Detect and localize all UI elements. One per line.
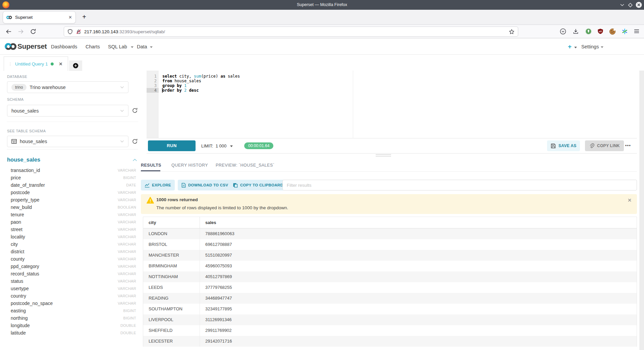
browser-tab[interactable]: Superset ✕ bbox=[3, 11, 76, 24]
schema-column-row[interactable]: record_statusVARCHAR bbox=[0, 270, 144, 277]
tab-query-history[interactable]: QUERY HISTORY bbox=[171, 163, 208, 168]
nav-data[interactable]: Data bbox=[137, 44, 147, 49]
table-row: MANCHESTER51510820997 bbox=[143, 250, 637, 261]
line-number: 4 bbox=[147, 88, 159, 93]
new-tab-button[interactable]: + bbox=[80, 13, 88, 21]
schema-select[interactable]: house_sales bbox=[7, 105, 128, 117]
schema-column-row[interactable]: ppd_categoryVARCHAR bbox=[0, 263, 144, 270]
schema-column-row[interactable]: priceBIGINT bbox=[0, 174, 144, 181]
superset-logo[interactable] bbox=[5, 42, 17, 51]
downloads-icon[interactable] bbox=[573, 28, 579, 35]
pane-resize-handle[interactable] bbox=[376, 154, 391, 155]
window-minimize-icon[interactable] bbox=[620, 3, 625, 7]
extension-asterisk-icon[interactable] bbox=[622, 28, 628, 35]
shield-icon[interactable] bbox=[67, 29, 73, 35]
schema-column-row[interactable]: longitudeDOUBLE bbox=[0, 322, 144, 329]
copy-link-button[interactable]: COPY LINK bbox=[585, 140, 624, 151]
schema-column-row[interactable]: property_typeVARCHAR bbox=[0, 196, 144, 204]
schema-column-row[interactable]: usertypeVARCHAR bbox=[0, 285, 144, 292]
lock-insecure-icon[interactable] bbox=[76, 29, 82, 35]
column-name: paon bbox=[11, 219, 118, 225]
nav-charts[interactable]: Charts bbox=[86, 44, 100, 49]
schema-column-row[interactable]: districtVARCHAR bbox=[0, 248, 144, 255]
nav-sqllab[interactable]: SQL Lab bbox=[108, 44, 127, 49]
download-csv-button[interactable]: DOWNLOAD TO CSV bbox=[178, 180, 232, 190]
add-query-tab-button[interactable] bbox=[69, 60, 82, 71]
forward-icon[interactable] bbox=[17, 28, 24, 35]
copy-clipboard-button[interactable]: COPY TO CLIPBOARD bbox=[229, 180, 287, 190]
collapse-chevron-icon[interactable] bbox=[132, 159, 137, 162]
schema-column-row[interactable]: tenureVARCHAR bbox=[0, 211, 144, 218]
schema-refresh-icon[interactable] bbox=[132, 107, 138, 114]
more-options-button[interactable]: ••• bbox=[625, 140, 631, 151]
tabs-border bbox=[140, 171, 637, 172]
cell-sales: 32349177895 bbox=[200, 304, 637, 314]
table-row: LONDON788861960063 bbox=[143, 228, 637, 239]
cell-sales: 34468947747 bbox=[200, 293, 637, 304]
schema-column-row[interactable]: countyVARCHAR bbox=[0, 255, 144, 263]
schema-column-row[interactable]: paonVARCHAR bbox=[0, 218, 144, 226]
schema-column-row[interactable]: countryVARCHAR bbox=[0, 292, 144, 300]
table-refresh-icon[interactable] bbox=[132, 138, 138, 144]
schema-column-row[interactable]: postcode_no_spaceVARCHAR bbox=[0, 300, 144, 307]
nav-dashboards[interactable]: Dashboards bbox=[51, 44, 77, 49]
schema-column-row[interactable]: statusVARCHAR bbox=[0, 277, 144, 285]
schema-column-row[interactable]: streetVARCHAR bbox=[0, 226, 144, 233]
schema-column-row[interactable]: northingBIGINT bbox=[0, 314, 144, 322]
query-tab[interactable]: ⋮ Untitled Query 1 ✕ bbox=[4, 56, 68, 71]
query-tab-close-icon[interactable]: ✕ bbox=[59, 61, 63, 67]
reload-icon[interactable] bbox=[30, 28, 37, 35]
extension-green-icon[interactable] bbox=[585, 28, 592, 35]
column-name: price bbox=[11, 175, 123, 180]
schema-column-row[interactable]: date_of_transferDATE bbox=[0, 181, 144, 189]
brand-name[interactable]: Superset bbox=[17, 42, 47, 50]
browser-tabstrip bbox=[0, 10, 644, 25]
schema-column-row[interactable]: cityVARCHAR bbox=[0, 240, 144, 248]
table-row: LIVERPOOL31126991346 bbox=[143, 314, 637, 325]
limit-dropdown[interactable]: LIMIT: 1 000 bbox=[201, 143, 226, 148]
database-select[interactable]: trino Trino warehouse bbox=[7, 81, 128, 93]
scrollbar-track[interactable] bbox=[639, 71, 644, 350]
schema-column-row[interactable]: new_buildBOOLEAN bbox=[0, 204, 144, 211]
limit-caret-icon[interactable] bbox=[230, 145, 233, 147]
alert-close-icon[interactable]: ✕ bbox=[628, 198, 632, 203]
run-button[interactable]: RUN bbox=[148, 140, 196, 151]
table-row: BIRMINGHAM45960075093 bbox=[143, 261, 637, 271]
explore-button[interactable]: EXPLORE bbox=[141, 180, 175, 190]
url-bar[interactable]: 217.160.120.143:32393/superset/sqllab/ bbox=[64, 27, 518, 37]
schema-column-row[interactable]: postcodeVARCHAR bbox=[0, 189, 144, 196]
tab-close-icon[interactable]: ✕ bbox=[68, 15, 72, 20]
column-type: VARCHAR bbox=[118, 279, 136, 283]
settings-menu[interactable]: Settings bbox=[581, 44, 599, 49]
tab-results[interactable]: RESULTS bbox=[141, 163, 161, 168]
drag-handle-icon[interactable]: ⋮ bbox=[8, 62, 12, 66]
pane-resize-handle[interactable] bbox=[376, 156, 391, 157]
schema-column-row[interactable]: latitudeDOUBLE bbox=[0, 329, 144, 337]
table-select[interactable]: house_sales bbox=[7, 136, 128, 147]
column-type: VARCHAR bbox=[118, 257, 136, 261]
sql-editor[interactable]: 1234 select city, sum(price) as salesfro… bbox=[147, 71, 637, 138]
window-close-icon[interactable] bbox=[636, 2, 642, 8]
menu-hamburger-icon[interactable] bbox=[634, 28, 640, 34]
tab-preview[interactable]: PREVIEW: `HOUSE_SALES` bbox=[216, 163, 274, 168]
col-header-sales[interactable]: sales bbox=[200, 217, 637, 228]
save-icon bbox=[551, 143, 556, 148]
bookmark-star-icon[interactable] bbox=[509, 29, 515, 35]
cookie-extension-icon[interactable] bbox=[609, 28, 616, 35]
schema-column-row[interactable]: eastingBIGINT bbox=[0, 307, 144, 314]
back-icon[interactable] bbox=[5, 28, 12, 35]
save-as-button[interactable]: SAVE AS bbox=[547, 140, 580, 151]
navbar-add-button[interactable]: + bbox=[568, 43, 572, 50]
pocket-icon[interactable] bbox=[560, 28, 566, 35]
col-header-city[interactable]: city bbox=[143, 217, 200, 228]
sqllab-caret-icon bbox=[131, 46, 133, 48]
ublock-icon[interactable]: uO bbox=[597, 28, 603, 35]
table-schema-title[interactable]: house_sales bbox=[7, 157, 40, 163]
column-name: street bbox=[11, 227, 118, 232]
results-header-row: city sales bbox=[143, 217, 637, 228]
filter-results-input[interactable] bbox=[282, 180, 637, 190]
schema-column-row[interactable]: localityVARCHAR bbox=[0, 233, 144, 240]
window-maximize-icon[interactable] bbox=[628, 3, 633, 7]
schema-column-row[interactable]: transaction_idVARCHAR bbox=[0, 167, 144, 174]
alert-title: 1000 rows returned bbox=[156, 197, 198, 202]
